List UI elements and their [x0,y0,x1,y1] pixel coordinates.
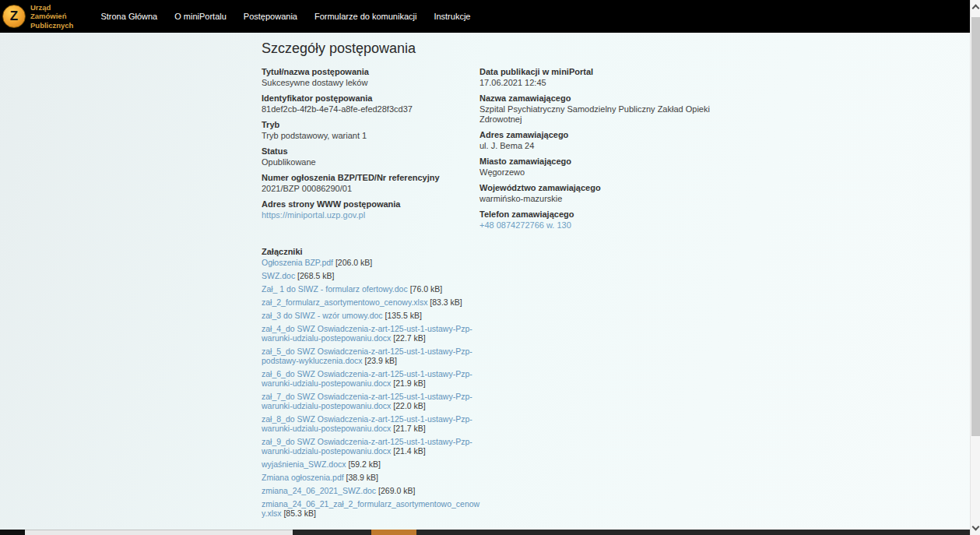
field-website: Adres strony WWW postępowania https://mi… [262,196,479,220]
attachment-filename: zał_3 do SIWZ - wzór umowy.doc [262,311,383,320]
attachment-link[interactable]: Zmiana ogłoszenia.pdf [38.9 kB] [262,473,481,482]
bottom-strip-orange [371,530,416,535]
horizontal-scrollbar-thumb[interactable] [25,530,293,535]
attachment-filename: Zał_ 1 do SIWZ - formularz ofertowy.doc [262,284,408,294]
attachment-filesize: [38.9 kB] [346,473,378,482]
attachment-filesize: [206.0 kB] [335,258,372,267]
nav-item[interactable]: Formularze do komunikacji [306,12,425,21]
field-label: Tytuł/nazwa postępowania [262,64,479,77]
main-content: Szczegóły postępowania Tytuł/nazwa postę… [262,34,744,535]
attachments-label: Załączniki [262,247,481,256]
attachment-link[interactable]: zał_5_do SWZ Oswiadczenia-z-art-125-ust-… [262,347,481,365]
attachments-list: Ogłoszenia BZP.pdf [206.0 kB] SWZ.doc [2… [262,258,481,518]
field-identifier: Identyfikator postępowania 81def2cb-4f2b… [262,90,479,114]
vertical-scrollbar-thumb[interactable] [971,17,980,436]
attachment-filesize: [76.0 kB] [410,284,442,294]
attachment-filename: zał_6_do SWZ Oswiadczenia-z-art-125-ust-… [262,369,472,388]
field-contracting-voivodeship: Województwo zamawiającego warmińsko-mazu… [479,180,713,204]
field-value: Węgorzewo [479,167,713,178]
details-left-column: Tytuł/nazwa postępowania Sukcesywne dost… [262,64,479,233]
attachment-link[interactable]: zał_9_do SWZ Oswiadczenia-z-art-125-ust-… [262,437,481,456]
attachment-link[interactable]: zał_7_do SWZ Oswiadczenia-z-art-125-ust-… [262,392,481,410]
field-notice-number: Numer ogłoszenia BZP/TED/Nr referencyjny… [262,170,479,194]
chevron-down-icon[interactable] [972,523,980,531]
attachment-link[interactable]: zał_2_formularz_asortymentowo_cenowy.xls… [262,297,481,307]
attachment-filesize: [268.5 kB] [297,271,334,280]
attachment-link[interactable]: Zał_ 1 do SIWZ - formularz ofertowy.doc … [262,284,481,294]
field-label: Data publikacji w miniPortal [479,64,713,77]
field-value: Szpital Psychiatryczny Samodzielny Publi… [479,104,713,125]
attachment-filename: wyjaśnienia_SWZ.docx [262,459,346,469]
attachment-filename: Zmiana ogłoszenia.pdf [262,473,344,482]
field-label: Adres strony WWW postępowania [262,196,479,209]
attachment-link[interactable]: zał_8_do SWZ Oswiadczenia-z-art-125-ust-… [262,414,481,433]
nav-item[interactable]: O miniPortalu [166,12,235,21]
details-right-column: Data publikacji w miniPortal 17.06.2021 … [479,64,713,233]
attachment-filename: zał_2_formularz_asortymentowo_cenowy.xls… [262,297,427,307]
field-label: Status [262,143,479,157]
attachment-filesize: [22.7 kB] [393,333,425,343]
attachment-filesize: [21.7 kB] [393,424,425,433]
field-contracting-phone: Telefon zamawiającego +48 0874272766 w. … [479,206,713,231]
attachment-link[interactable]: zał_4_do SWZ Oswiadczenia-z-art-125-ust-… [262,324,481,343]
attachment-filesize: [23.9 kB] [364,356,396,365]
field-value: Tryb podstawowy, wariant 1 [262,130,479,141]
field-value: Sukcesywne dostawy leków [262,77,479,88]
attachment-filename: SWZ.doc [262,271,295,280]
top-navbar: Z Urząd Zamówień Publicznych Strona Głów… [0,0,970,33]
field-contracting-name: Nazwa zamawiającego Szpital Psychiatrycz… [479,90,713,125]
attachment-filesize: [22.0 kB] [393,401,425,410]
field-label: Numer ogłoszenia BZP/TED/Nr referencyjny [262,170,479,183]
details-grid: Tytuł/nazwa postępowania Sukcesywne dost… [262,64,744,233]
field-value: 2021/BZP 00086290/01 [262,183,479,194]
attachment-filename: zmiana_24_06_2021_SWZ.doc [262,486,376,495]
field-contracting-address: Adres zamawiającego ul. J. Bema 24 [479,127,713,151]
field-label: Miasto zamawiającego [479,153,713,167]
field-value: warmińsko-mazurskie [479,193,713,204]
attachment-link[interactable]: Ogłoszenia BZP.pdf [206.0 kB] [262,258,481,267]
attachment-filename: Ogłoszenia BZP.pdf [262,258,333,267]
attachment-link[interactable]: zał_3 do SIWZ - wzór umowy.doc [135.5 kB… [262,311,481,320]
attachments-section: Załączniki Ogłoszenia BZP.pdf [206.0 kB]… [262,247,481,518]
attachment-filename: zał_4_do SWZ Oswiadczenia-z-art-125-ust-… [262,324,472,343]
field-mode: Tryb Tryb podstawowy, wariant 1 [262,117,479,141]
attachment-link[interactable]: SWZ.doc [268.5 kB] [262,271,481,280]
website-link[interactable]: https://miniportal.uzp.gov.pl [262,210,365,220]
field-label: Telefon zamawiającego [479,206,713,220]
nav-menu: Strona Główna O miniPortalu Postępowania… [92,12,479,21]
uzp-logo-text: Urząd Zamówień Publicznych [30,3,73,30]
field-label: Nazwa zamawiającego [479,90,713,104]
attachment-link[interactable]: zmiana_24_06_21_zał_2_formularz_asortyme… [262,499,481,518]
bottom-strip-black [0,530,25,535]
chevron-up-icon[interactable] [972,5,980,12]
phone-link[interactable]: +48 0874272766 w. 130 [479,220,571,230]
nav-item[interactable]: Strona Główna [92,12,166,21]
uzp-logo-icon: Z [2,5,26,28]
field-label: Tryb [262,117,479,130]
attachment-link[interactable]: zmiana_24_06_2021_SWZ.doc [269.0 kB] [262,486,481,495]
attachment-filesize: [83.3 kB] [430,297,462,307]
uzp-logo[interactable]: Z Urząd Zamówień Publicznych [0,3,73,30]
attachment-filename: zał_8_do SWZ Oswiadczenia-z-art-125-ust-… [262,414,472,433]
field-label: Województwo zamawiającego [479,180,713,193]
attachment-filesize: [21.4 kB] [393,446,425,456]
nav-item[interactable]: Postępowania [235,12,306,21]
attachment-filesize: [85.3 kB] [283,509,315,518]
attachment-filesize: [21.9 kB] [393,378,425,388]
attachment-filename: zał_9_do SWZ Oswiadczenia-z-art-125-ust-… [262,437,472,456]
status-value: Opublikowane [262,157,479,167]
attachment-filesize: [135.5 kB] [385,311,422,320]
page-title: Szczegóły postępowania [262,40,744,57]
nav-item[interactable]: Instrukcje [425,12,479,21]
field-label: Adres zamawiającego [479,127,713,140]
attachment-filesize: [269.0 kB] [378,486,415,495]
field-value: 81def2cb-4f2b-4e74-a8fe-efed28f3cd37 [262,104,479,114]
field-value: ul. J. Bema 24 [479,140,713,151]
field-publication-date: Data publikacji w miniPortal 17.06.2021 … [479,64,713,88]
attachment-filesize: [59.2 kB] [348,459,380,469]
attachment-link[interactable]: zał_6_do SWZ Oswiadczenia-z-art-125-ust-… [262,369,481,388]
attachment-link[interactable]: wyjaśnienia_SWZ.docx [59.2 kB] [262,459,481,469]
field-status: Status Opublikowane [262,143,479,167]
field-label: Identyfikator postępowania [262,90,479,104]
vertical-scrollbar[interactable] [970,0,980,535]
